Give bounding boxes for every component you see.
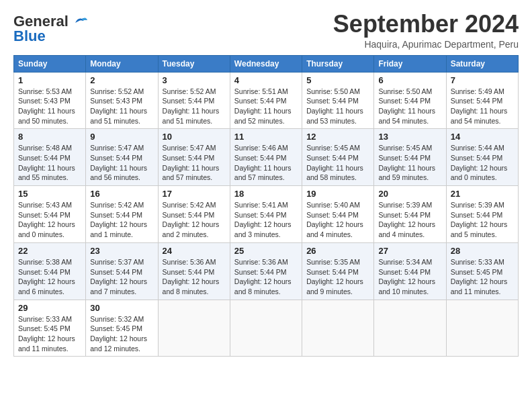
day-number: 1 [18,75,81,85]
week-row-2: 8Sunrise: 5:48 AMSunset: 5:44 PMDaylight… [14,129,519,186]
weekday-sunday: Sunday [14,55,86,72]
day-info: Sunrise: 5:36 AMSunset: 5:44 PMDaylight:… [163,257,226,297]
logo-blue-text: Blue [13,28,46,44]
day-cell: 1Sunrise: 5:53 AMSunset: 5:43 PMDaylight… [14,72,86,129]
day-cell: 13Sunrise: 5:45 AMSunset: 5:44 PMDayligh… [374,129,446,186]
weekday-tuesday: Tuesday [158,55,230,72]
weekday-monday: Monday [86,55,158,72]
week-row-4: 22Sunrise: 5:38 AMSunset: 5:44 PMDayligh… [14,242,519,300]
day-number: 26 [306,246,369,256]
day-number: 30 [90,303,153,313]
day-cell: 17Sunrise: 5:42 AMSunset: 5:44 PMDayligh… [158,186,230,243]
day-info: Sunrise: 5:34 AMSunset: 5:44 PMDaylight:… [378,257,441,297]
day-info: Sunrise: 5:47 AMSunset: 5:44 PMDaylight:… [163,143,226,183]
logo-bird-icon [74,16,89,28]
week-row-1: 1Sunrise: 5:53 AMSunset: 5:43 PMDaylight… [14,72,519,129]
day-info: Sunrise: 5:43 AMSunset: 5:44 PMDaylight:… [18,200,81,240]
day-number: 11 [234,132,298,142]
day-info: Sunrise: 5:42 AMSunset: 5:44 PMDaylight:… [90,200,153,240]
day-cell [158,300,230,357]
day-number: 12 [306,132,369,142]
day-number: 29 [18,303,81,313]
day-number: 22 [18,246,81,256]
day-info: Sunrise: 5:45 AMSunset: 5:44 PMDaylight:… [378,143,441,183]
day-cell: 10Sunrise: 5:47 AMSunset: 5:44 PMDayligh… [158,129,230,186]
day-info: Sunrise: 5:49 AMSunset: 5:44 PMDaylight:… [451,87,514,126]
day-cell: 20Sunrise: 5:39 AMSunset: 5:44 PMDayligh… [374,186,446,243]
day-number: 25 [234,246,298,256]
location-subtitle: Haquira, Apurimac Department, Peru [333,39,519,50]
logo: General Blue [13,13,89,44]
day-number: 2 [90,75,153,85]
day-cell: 11Sunrise: 5:46 AMSunset: 5:44 PMDayligh… [230,129,302,186]
page-header: General Blue September 2024 Haquira, Apu… [13,11,519,50]
day-cell: 9Sunrise: 5:47 AMSunset: 5:44 PMDaylight… [86,129,158,186]
day-number: 5 [306,75,369,85]
day-info: Sunrise: 5:33 AMSunset: 5:45 PMDaylight:… [18,314,81,354]
day-info: Sunrise: 5:50 AMSunset: 5:44 PMDaylight:… [378,87,441,126]
day-info: Sunrise: 5:42 AMSunset: 5:44 PMDaylight:… [163,200,226,240]
calendar-table: SundayMondayTuesdayWednesdayThursdayFrid… [13,55,519,357]
day-cell: 14Sunrise: 5:44 AMSunset: 5:44 PMDayligh… [446,129,518,186]
day-info: Sunrise: 5:52 AMSunset: 5:44 PMDaylight:… [163,87,226,126]
day-info: Sunrise: 5:47 AMSunset: 5:44 PMDaylight:… [90,143,153,183]
day-number: 6 [378,75,441,85]
day-cell [230,300,302,357]
day-number: 7 [451,75,514,85]
day-number: 24 [163,246,226,256]
day-cell: 19Sunrise: 5:40 AMSunset: 5:44 PMDayligh… [302,186,374,243]
day-cell: 27Sunrise: 5:34 AMSunset: 5:44 PMDayligh… [374,242,446,300]
day-number: 21 [451,189,514,199]
day-info: Sunrise: 5:45 AMSunset: 5:44 PMDaylight:… [306,143,369,183]
day-number: 16 [90,189,153,199]
day-number: 9 [90,132,153,142]
day-number: 27 [378,246,441,256]
day-number: 3 [163,75,226,85]
day-info: Sunrise: 5:39 AMSunset: 5:44 PMDaylight:… [378,200,441,240]
day-number: 28 [451,246,514,256]
day-cell: 26Sunrise: 5:35 AMSunset: 5:44 PMDayligh… [302,242,374,300]
month-title: September 2024 [333,11,519,38]
day-number: 15 [18,189,81,199]
day-cell: 2Sunrise: 5:52 AMSunset: 5:43 PMDaylight… [86,72,158,129]
day-cell [302,300,374,357]
day-number: 10 [163,132,226,142]
day-info: Sunrise: 5:35 AMSunset: 5:44 PMDaylight:… [306,257,369,297]
calendar-header: SundayMondayTuesdayWednesdayThursdayFrid… [14,55,519,72]
weekday-saturday: Saturday [446,55,518,72]
day-info: Sunrise: 5:32 AMSunset: 5:45 PMDaylight:… [90,314,153,354]
day-cell: 15Sunrise: 5:43 AMSunset: 5:44 PMDayligh… [14,186,86,243]
day-number: 20 [378,189,441,199]
day-cell: 30Sunrise: 5:32 AMSunset: 5:45 PMDayligh… [86,300,158,357]
calendar-body: 1Sunrise: 5:53 AMSunset: 5:43 PMDaylight… [14,72,519,357]
day-number: 19 [306,189,369,199]
day-info: Sunrise: 5:50 AMSunset: 5:44 PMDaylight:… [306,87,369,126]
day-info: Sunrise: 5:38 AMSunset: 5:44 PMDaylight:… [18,257,81,297]
week-row-5: 29Sunrise: 5:33 AMSunset: 5:45 PMDayligh… [14,300,519,357]
day-number: 8 [18,132,81,142]
day-cell: 3Sunrise: 5:52 AMSunset: 5:44 PMDaylight… [158,72,230,129]
day-cell: 23Sunrise: 5:37 AMSunset: 5:44 PMDayligh… [86,242,158,300]
title-block: September 2024 Haquira, Apurimac Departm… [333,11,519,50]
day-cell: 22Sunrise: 5:38 AMSunset: 5:44 PMDayligh… [14,242,86,300]
day-cell: 29Sunrise: 5:33 AMSunset: 5:45 PMDayligh… [14,300,86,357]
day-info: Sunrise: 5:39 AMSunset: 5:44 PMDaylight:… [451,200,514,240]
weekday-friday: Friday [374,55,446,72]
day-number: 17 [163,189,226,199]
day-number: 18 [234,189,298,199]
day-number: 23 [90,246,153,256]
day-info: Sunrise: 5:40 AMSunset: 5:44 PMDaylight:… [306,200,369,240]
day-cell [446,300,518,357]
day-info: Sunrise: 5:44 AMSunset: 5:44 PMDaylight:… [451,143,514,183]
day-cell: 21Sunrise: 5:39 AMSunset: 5:44 PMDayligh… [446,186,518,243]
weekday-thursday: Thursday [302,55,374,72]
day-cell: 7Sunrise: 5:49 AMSunset: 5:44 PMDaylight… [446,72,518,129]
weekday-header-row: SundayMondayTuesdayWednesdayThursdayFrid… [14,55,519,72]
day-info: Sunrise: 5:41 AMSunset: 5:44 PMDaylight:… [234,200,298,240]
day-info: Sunrise: 5:53 AMSunset: 5:43 PMDaylight:… [18,87,81,126]
day-cell: 24Sunrise: 5:36 AMSunset: 5:44 PMDayligh… [158,242,230,300]
day-cell: 18Sunrise: 5:41 AMSunset: 5:44 PMDayligh… [230,186,302,243]
day-info: Sunrise: 5:33 AMSunset: 5:45 PMDaylight:… [451,257,514,297]
day-cell: 4Sunrise: 5:51 AMSunset: 5:44 PMDaylight… [230,72,302,129]
weekday-wednesday: Wednesday [230,55,302,72]
